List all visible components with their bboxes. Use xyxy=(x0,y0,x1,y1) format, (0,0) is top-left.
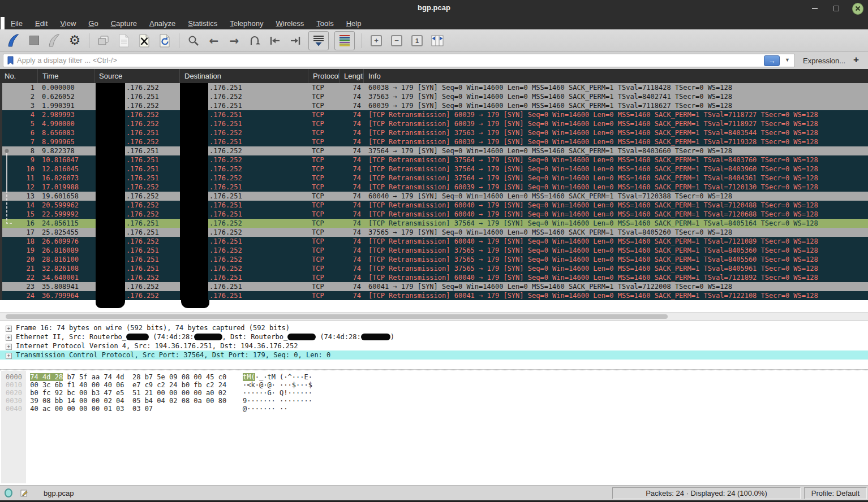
hex-row[interactable]: 0030 39 08 bb 14 00 00 02 04 05 b4 04 02… xyxy=(6,397,312,405)
packet-row[interactable]: 2436.799964.176.252.176.251TCP74[TCP Ret… xyxy=(0,291,868,300)
go-first-button[interactable] xyxy=(265,32,285,50)
find-packet-button[interactable] xyxy=(184,32,203,50)
packet-row[interactable]: 2132.826108.176.251.176.252TCP74[TCP Ret… xyxy=(0,264,868,273)
packet-row[interactable]: 910.816047.176.251.176.252TCP74[TCP Retr… xyxy=(0,155,868,165)
save-file-button[interactable] xyxy=(114,32,134,50)
hex-row[interactable]: 0000 74 4d 28 b7 5f aa 74 4d 28 b7 5e 09… xyxy=(6,373,312,381)
packet-row[interactable]: 1926.816089.176.251.176.252TCP74[TCP Ret… xyxy=(0,246,868,255)
cell-src: .176.251 xyxy=(94,246,180,255)
menu-telephony[interactable]: Telephony xyxy=(224,19,269,28)
column-header-no[interactable]: No. xyxy=(0,69,38,83)
cell-info: 60041 → 179 [SYN] Seq=0 Win=14600 Len=0 … xyxy=(364,282,868,291)
open-file-button[interactable] xyxy=(94,32,113,50)
cell-no: 7 xyxy=(0,137,38,146)
packet-row[interactable]: 2335.808941.176.252.176.251TCP7460041 → … xyxy=(0,282,868,291)
column-header-destination[interactable]: Destination xyxy=(180,69,308,83)
menu-go[interactable]: Go xyxy=(82,19,104,28)
display-filter-input[interactable]: Apply a display filter ... <Ctrl-/> → ▼ xyxy=(3,54,795,67)
filter-dropdown-caret[interactable]: ▼ xyxy=(785,57,790,63)
expand-icon[interactable]: + xyxy=(6,335,12,341)
go-last-button[interactable] xyxy=(286,32,305,50)
packet-row[interactable]: 89.822378.176.251.176.252TCP7437564 → 17… xyxy=(0,146,868,155)
restart-capture-button[interactable] xyxy=(45,32,64,50)
reload-file-button[interactable] xyxy=(155,32,174,50)
profile-selector[interactable]: Profile: Default xyxy=(804,487,867,499)
packet-row[interactable]: 42.989993.176.252.176.251TCP74[TCP Retra… xyxy=(0,110,868,119)
packet-row[interactable]: 1725.825455.176.251.176.252TCP7437565 → … xyxy=(0,228,868,237)
packet-row[interactable]: 2234.640001.176.252.176.251TCP74[TCP Ret… xyxy=(0,273,868,282)
column-header-time[interactable]: Time xyxy=(38,69,94,83)
menu-capture[interactable]: Capture xyxy=(105,19,143,28)
minimize-button[interactable] xyxy=(809,3,820,14)
column-header-source[interactable]: Source xyxy=(94,69,180,83)
packet-row[interactable]: 68.656083.176.251.176.252TCP74[TCP Retra… xyxy=(0,128,868,137)
horizontal-scrollbar[interactable] xyxy=(0,312,868,320)
packet-row[interactable]: 1217.019988.176.252.176.251TCP74[TCP Ret… xyxy=(0,183,868,192)
menu-view[interactable]: View xyxy=(54,19,82,28)
cell-time: 9.822378 xyxy=(38,146,94,155)
cell-src: .176.252 xyxy=(94,237,180,246)
expression-button[interactable]: Expression... xyxy=(803,57,845,65)
column-header-info[interactable]: Info xyxy=(364,69,868,83)
hex-row[interactable]: 0010 00 3c 6b f1 40 00 40 06 e7 c9 c2 24… xyxy=(6,381,312,389)
detail-row-frame[interactable]: +Frame 16: 74 bytes on wire (592 bits), … xyxy=(0,323,868,332)
close-button[interactable] xyxy=(852,3,863,14)
expand-icon[interactable]: + xyxy=(6,344,12,350)
zoom-in-button[interactable]: + xyxy=(367,32,386,50)
packet-row[interactable]: 20.626052.176.251.176.252TCP7437563 → 17… xyxy=(0,92,868,101)
go-back-button[interactable]: ← xyxy=(204,32,224,50)
packet-row[interactable]: 1522.599992.176.252.176.251TCP74[TCP Ret… xyxy=(0,210,868,219)
cell-src: .176.252 xyxy=(94,210,180,219)
menu-file[interactable]: File xyxy=(5,19,29,28)
packet-row[interactable]: 1012.816045.176.251.176.252TCP74[TCP Ret… xyxy=(0,165,868,174)
packet-row[interactable]: 1319.601658.176.252.176.251TCP7460040 → … xyxy=(0,192,868,201)
expert-info-icon[interactable] xyxy=(5,488,12,497)
menu-help[interactable]: Help xyxy=(340,19,368,28)
detail-row-ethernet[interactable]: +Ethernet II, Src: Routerbo_ (74:4d:28:,… xyxy=(0,332,868,341)
expand-icon[interactable]: + xyxy=(6,353,12,359)
bookmark-icon[interactable] xyxy=(7,56,15,65)
hex-row[interactable]: 0040 40 ac 00 00 00 00 01 03 03 07 @····… xyxy=(6,405,312,413)
expand-icon[interactable]: + xyxy=(6,326,12,332)
detail-row-tcp[interactable]: +Transmission Control Protocol, Src Port… xyxy=(0,350,868,360)
packet-row[interactable]: 1826.609976.176.252.176.251TCP74[TCP Ret… xyxy=(0,237,868,246)
titlebar[interactable]: bgp.pcap xyxy=(0,0,868,17)
capture-comment-icon[interactable] xyxy=(20,488,29,497)
packet-row[interactable]: 54.990000.176.252.176.251TCP74[TCP Retra… xyxy=(0,119,868,128)
zoom-out-button[interactable]: − xyxy=(387,32,406,50)
colorize-button[interactable] xyxy=(334,31,355,50)
packet-row[interactable]: 10.000000.176.252.176.251TCP7460038 → 17… xyxy=(0,83,868,92)
stop-capture-button[interactable] xyxy=(24,32,44,50)
restore-button[interactable] xyxy=(831,3,842,14)
scrollbar-thumb[interactable] xyxy=(6,314,668,319)
detail-row-ip[interactable]: +Internet Protocol Version 4, Src: 194.3… xyxy=(0,341,868,350)
hex-row[interactable]: 0020 b0 fc 92 bc 00 b3 47 e5 51 21 00 00… xyxy=(6,389,312,397)
packet-row[interactable]: 1116.826073.176.251.176.252TCP74[TCP Ret… xyxy=(0,174,868,183)
packet-row[interactable]: 1420.599962.176.252.176.251TCP74[TCP Ret… xyxy=(0,201,868,210)
auto-scroll-button[interactable] xyxy=(308,31,329,50)
cell-len: 74 xyxy=(340,273,364,282)
redaction-blob xyxy=(96,174,125,183)
go-forward-button[interactable]: → xyxy=(225,32,244,50)
menu-tools[interactable]: Tools xyxy=(310,19,340,28)
menu-edit[interactable]: Edit xyxy=(29,19,54,28)
capture-options-button[interactable]: ⚙ xyxy=(65,32,84,50)
apply-filter-button[interactable]: → xyxy=(764,55,780,66)
menu-wireless[interactable]: Wireless xyxy=(270,19,311,28)
hex-offset: 0010 xyxy=(6,381,22,389)
packet-counts: Packets: 24 · Displayed: 24 (100.0%) xyxy=(612,487,801,499)
zoom-original-button[interactable]: 1 xyxy=(407,32,427,50)
resize-columns-button[interactable] xyxy=(428,32,447,50)
packet-row[interactable]: 78.999965.176.252.176.251TCP74[TCP Retra… xyxy=(0,137,868,146)
menu-analyze[interactable]: Analyze xyxy=(143,19,182,28)
column-header-length[interactable]: Length xyxy=(340,69,364,83)
column-header-protocol[interactable]: Protocol xyxy=(308,69,340,83)
go-to-packet-button[interactable] xyxy=(245,32,264,50)
packet-row[interactable]: 2028.816100.176.251.176.252TCP74[TCP Ret… xyxy=(0,255,868,264)
menu-statistics[interactable]: Statistics xyxy=(182,19,224,28)
close-file-button[interactable] xyxy=(135,32,154,50)
packet-row[interactable]: 1624.856115.176.251.176.252TCP74[TCP Ret… xyxy=(0,219,868,228)
packet-row[interactable]: 31.990391.176.252.176.251TCP7460039 → 17… xyxy=(0,101,868,110)
start-capture-button[interactable] xyxy=(4,32,23,50)
add-filter-button[interactable]: + xyxy=(853,54,859,66)
